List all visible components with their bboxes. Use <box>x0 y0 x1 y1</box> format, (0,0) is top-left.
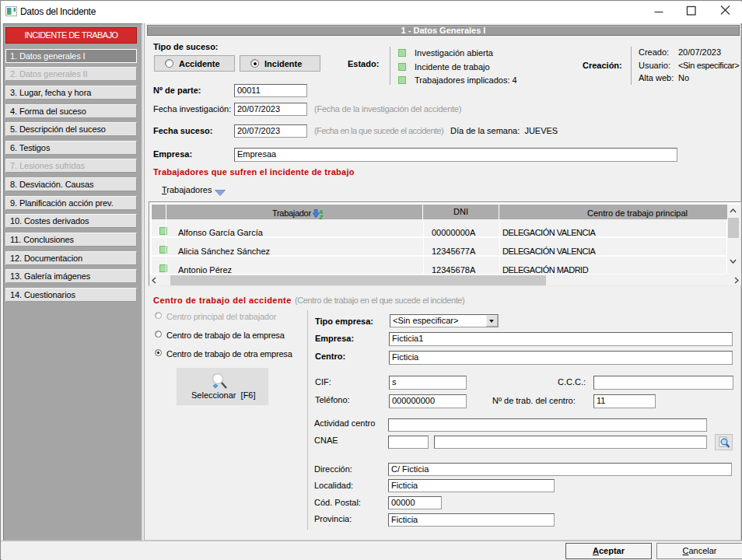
svg-text:Z: Z <box>318 214 323 219</box>
